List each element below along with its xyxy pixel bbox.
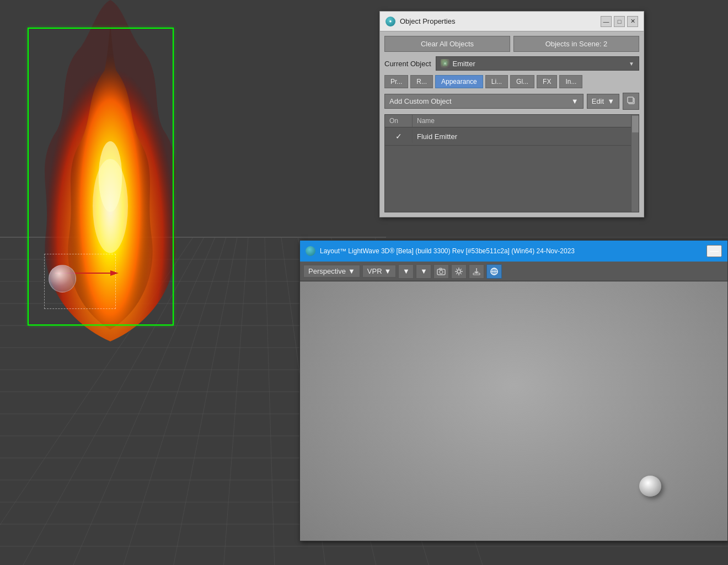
panel-minimize-btn[interactable]: — <box>601 16 612 27</box>
viewport-render-area <box>300 281 727 541</box>
copy-button[interactable] <box>623 93 639 110</box>
panel-content: Clear All Objects Objects in Scene: 2 Cu… <box>380 31 644 217</box>
col-header-on: On <box>385 115 413 127</box>
panel-title-text: Object Properties <box>400 17 455 25</box>
objects-in-scene-button[interactable]: Objects in Scene: 2 <box>513 36 639 52</box>
table-row[interactable]: ✓ Fluid Emitter <box>385 127 639 146</box>
tab-info[interactable]: In... <box>559 75 582 88</box>
clear-all-objects-button[interactable]: Clear All Objects <box>384 36 510 52</box>
current-object-dropdown[interactable]: Emitter ▼ <box>436 56 639 71</box>
layout-titlebar: Layout™ LightWave 3D® [Beta] (build 3300… <box>300 241 727 262</box>
layout-minimize-btn[interactable]: — <box>706 245 722 257</box>
scrollbar-thumb[interactable] <box>632 116 639 132</box>
toolbar-btn-2[interactable]: ▼ <box>416 264 431 279</box>
current-object-value: Emitter <box>453 60 475 68</box>
camera-btn[interactable] <box>433 264 449 279</box>
settings-icon <box>454 267 463 276</box>
svg-point-33 <box>444 62 446 65</box>
tab-lighting[interactable]: Li... <box>485 75 508 88</box>
panel-app-icon: ● <box>386 17 395 26</box>
vr-icon <box>490 267 499 276</box>
svg-point-39 <box>457 270 461 273</box>
vpr-dropdown-arrow: ▼ <box>384 267 392 275</box>
row-tabs: Pr... R... Appearance Li... Gl... FX In.… <box>384 75 639 88</box>
svg-rect-35 <box>628 97 633 103</box>
vpr-dropdown[interactable]: VPR ▼ <box>362 265 397 278</box>
panel-close-btn[interactable]: ✕ <box>627 16 638 27</box>
tab-fx[interactable]: FX <box>537 75 557 88</box>
row-add-edit: Add Custom Object ▼ Edit ▼ <box>384 93 639 110</box>
vpr-label: VPR <box>367 267 382 275</box>
perspective-dropdown[interactable]: Perspective ▼ <box>303 265 360 278</box>
tab-global[interactable]: Gl... <box>510 75 534 88</box>
copy-icon <box>627 96 635 105</box>
render-sphere <box>639 476 661 497</box>
layout-title-left: Layout™ LightWave 3D® [Beta] (build 3300… <box>306 246 575 256</box>
svg-point-37 <box>440 270 443 274</box>
layout-title-text: Layout™ LightWave 3D® [Beta] (build 3300… <box>320 247 575 255</box>
current-object-dropdown-arrow: ▼ <box>629 61 634 67</box>
export-btn[interactable] <box>469 264 484 279</box>
table-header: On Name <box>385 115 639 127</box>
svg-rect-40 <box>473 273 480 275</box>
add-custom-object-button[interactable]: Add Custom Object ▼ <box>384 94 584 109</box>
edit-dropdown-arrow: ▼ <box>607 97 614 105</box>
table-scrollbar[interactable] <box>631 115 639 212</box>
perspective-dropdown-arrow: ▼ <box>348 267 355 275</box>
col-header-name: Name <box>413 115 639 127</box>
table-cell-name: Fluid Emitter <box>413 130 639 143</box>
camera-icon <box>437 267 446 276</box>
svg-marker-31 <box>110 270 119 276</box>
panel-title-left: ● Object Properties <box>386 17 455 26</box>
emitter-icon <box>441 59 449 68</box>
tab-render[interactable]: R... <box>410 75 433 88</box>
tab-properties[interactable]: Pr... <box>384 75 408 88</box>
panel-maximize-btn[interactable]: □ <box>614 16 625 27</box>
vr-btn[interactable] <box>486 264 502 279</box>
settings-btn[interactable] <box>451 264 467 279</box>
row-current-object: Current Object Emitter ▼ <box>384 56 639 71</box>
add-custom-dropdown-arrow: ▼ <box>571 97 579 105</box>
panel-titlebar: ● Object Properties — □ ✕ <box>380 12 644 31</box>
tab-appearance[interactable]: Appearance <box>435 75 483 88</box>
table-empty-area <box>385 146 639 212</box>
current-object-label: Current Object <box>384 60 431 68</box>
perspective-label: Perspective <box>308 267 346 275</box>
toolbar-btn-1[interactable]: ▼ <box>398 264 414 279</box>
object-properties-panel: ● Object Properties — □ ✕ Clear All Obje… <box>379 11 644 217</box>
layout-panel: Layout™ LightWave 3D® [Beta] (build 3300… <box>299 240 728 541</box>
edit-button[interactable]: Edit ▼ <box>587 94 619 109</box>
table-cell-on: ✓ <box>385 130 413 143</box>
row-action-buttons: Clear All Objects Objects in Scene: 2 <box>384 36 639 52</box>
panel-controls: — □ ✕ <box>601 16 638 27</box>
export-icon <box>472 267 481 276</box>
scene-sphere <box>49 265 76 292</box>
objects-table: On Name ✓ Fluid Emitter <box>384 114 639 212</box>
viewport-toolbar: Perspective ▼ VPR ▼ ▼ ▼ <box>300 262 727 281</box>
layout-app-icon <box>306 246 315 256</box>
